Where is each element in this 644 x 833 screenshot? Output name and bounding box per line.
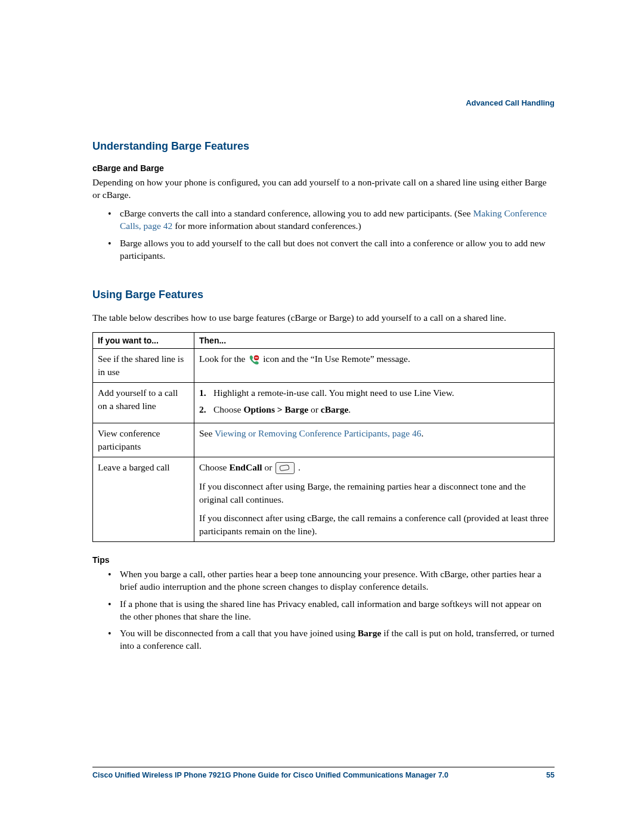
cell-then-shared-line: Look for the icon and the “In Use Remote… bbox=[194, 349, 555, 382]
bullet-barge: Barge allows you to add yourself to the … bbox=[108, 237, 555, 262]
barge-feature-table: If you want to... Then... See if the sha… bbox=[92, 332, 555, 541]
cell-if-leave-barged: Leave a barged call bbox=[93, 457, 194, 541]
footer-page-number: 55 bbox=[546, 771, 555, 779]
end-call-key-icon bbox=[275, 462, 295, 474]
tip-2: If a phone that is using the shared line… bbox=[108, 598, 555, 623]
footer-title: Cisco Unified Wireless IP Phone 7921G Ph… bbox=[92, 771, 448, 779]
cell-then-leave-barged: Choose EndCall or . If you disconnect af… bbox=[194, 457, 555, 541]
subheading-cbarge-and-barge: cBarge and Barge bbox=[92, 163, 555, 173]
text-fragment: icon and the “In Use Remote” message. bbox=[263, 354, 410, 364]
tip-1: When you barge a call, other parties hea… bbox=[108, 568, 555, 593]
tip-3: You will be disconnected from a call tha… bbox=[108, 627, 555, 652]
table-header-if: If you want to... bbox=[93, 333, 194, 349]
table-header-then: Then... bbox=[194, 333, 555, 349]
running-header: Advanced Call Handling bbox=[92, 98, 555, 107]
cell-if-shared-line: See if the shared line is in use bbox=[93, 349, 194, 382]
bullet-list-1: cBarge converts the call into a standard… bbox=[92, 208, 555, 262]
heading-understanding-barge: Understanding Barge Features bbox=[92, 140, 555, 153]
text-fragment: See bbox=[199, 428, 215, 438]
step-1: Highlight a remote-in-use call. You migh… bbox=[199, 386, 549, 400]
text-bold: EndCall bbox=[229, 462, 262, 472]
leave-note-barge: If you disconnect after using Barge, the… bbox=[199, 480, 549, 506]
cell-then-add-yourself: Highlight a remote-in-use call. You migh… bbox=[194, 382, 555, 423]
svg-rect-1 bbox=[255, 357, 258, 358]
page-footer: Cisco Unified Wireless IP Phone 7921G Ph… bbox=[92, 767, 555, 779]
bullet-cbarge: cBarge converts the call into a standard… bbox=[108, 208, 555, 233]
bullet-cbarge-post: for more information about standard conf… bbox=[172, 221, 361, 231]
tips-list: When you barge a call, other parties hea… bbox=[92, 568, 555, 653]
in-use-remote-icon bbox=[249, 355, 259, 366]
table-row: See if the shared line is in use Look fo… bbox=[93, 349, 555, 382]
text-bold: Options > Barge bbox=[243, 404, 308, 414]
subheading-tips: Tips bbox=[92, 555, 555, 565]
text-bold: Barge bbox=[358, 628, 382, 638]
table-row: View conference participants See Viewing… bbox=[93, 423, 555, 457]
text-fragment: Choose bbox=[199, 462, 229, 472]
text-fragment: You will be disconnected from a call tha… bbox=[120, 628, 358, 638]
text-fragment: or bbox=[308, 404, 321, 414]
cell-then-view-participants: See Viewing or Removing Conference Parti… bbox=[194, 423, 555, 457]
text-fragment: . bbox=[298, 462, 301, 472]
bullet-cbarge-pre: cBarge converts the call into a standard… bbox=[120, 208, 473, 218]
text-fragment: . bbox=[348, 404, 351, 414]
text-fragment: or bbox=[262, 462, 275, 472]
link-viewing-removing-participants[interactable]: Viewing or Removing Conference Participa… bbox=[215, 428, 421, 438]
leave-note-cbarge: If you disconnect after using cBarge, th… bbox=[199, 512, 549, 537]
cell-if-add-yourself: Add yourself to a call on a shared line bbox=[93, 382, 194, 423]
cell-if-view-participants: View conference participants bbox=[93, 423, 194, 457]
text-bold: cBarge bbox=[321, 404, 348, 414]
text-fragment: . bbox=[421, 428, 423, 438]
text-fragment: Look for the bbox=[199, 354, 247, 364]
text-fragment: Choose bbox=[213, 404, 243, 414]
table-row: Leave a barged call Choose EndCall or . … bbox=[93, 457, 555, 541]
intro-paragraph-1: Depending on how your phone is configure… bbox=[92, 176, 555, 202]
intro-paragraph-2: The table below describes how to use bar… bbox=[92, 312, 555, 324]
heading-using-barge: Using Barge Features bbox=[92, 289, 555, 301]
page-content: Advanced Call Handling Understanding Bar… bbox=[0, 0, 644, 652]
table-row: Add yourself to a call on a shared line … bbox=[93, 382, 555, 423]
step-2: Choose Options > Barge or cBarge. bbox=[199, 403, 549, 416]
